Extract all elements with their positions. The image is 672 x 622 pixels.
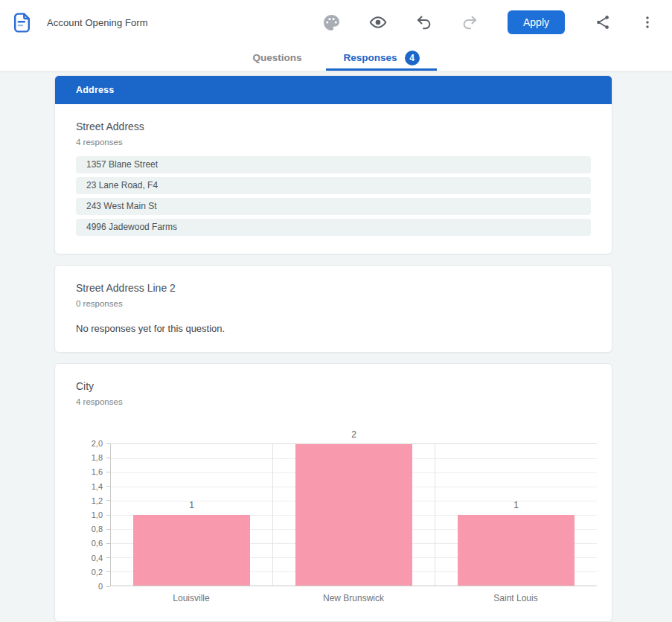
bar-value-label: 2: [273, 429, 435, 440]
answer-row: 1357 Blane Street: [76, 156, 591, 173]
y-axis-tick: 0,6: [92, 539, 110, 548]
chart-plot: 121: [110, 443, 597, 586]
responses-count: 0 responses: [76, 300, 591, 308]
responses-count: 4 responses: [76, 398, 591, 406]
bar-saint-louis[interactable]: [458, 515, 574, 586]
palette-icon[interactable]: [322, 13, 341, 32]
question-card-street-address: Address Street Address 4 responses 1357 …: [54, 75, 612, 254]
y-axis-tick: 0,2: [92, 568, 110, 577]
bar-chart: 2,01,81,61,41,21,00,80,60,40,20 121 Loui…: [76, 443, 597, 603]
y-axis-tick: 2,0: [92, 439, 110, 448]
top-bar: Account Opening Form: [0, 0, 672, 45]
y-axis-tick: 1,4: [92, 482, 110, 491]
tab-questions[interactable]: Questions: [251, 45, 303, 71]
question-title: Street Address Line 2: [76, 282, 591, 294]
responses-count-badge: 4: [405, 51, 420, 65]
no-responses-message: No responses yet for this question.: [76, 323, 591, 334]
share-icon[interactable]: [594, 13, 612, 31]
section-header: Address: [55, 76, 612, 104]
kebab-menu-icon[interactable]: [639, 14, 656, 31]
y-axis-tick: 1,2: [92, 496, 110, 505]
x-axis-label: Louisville: [110, 593, 272, 603]
y-axis-tick: 1,8: [92, 453, 110, 462]
y-axis-tick: 0,4: [92, 554, 110, 562]
question-title: City: [76, 380, 591, 392]
tab-responses[interactable]: Responses 4: [342, 45, 420, 71]
apply-button[interactable]: Apply: [508, 10, 565, 34]
bar-new-brunswick[interactable]: [295, 444, 412, 586]
bar-value-label: 1: [435, 500, 597, 510]
x-axis-label: Saint Louis: [435, 593, 597, 603]
question-card-city: City 4 responses 2,01,81,61,41,21,00,80,…: [54, 363, 612, 622]
responses-count: 4 responses: [76, 138, 591, 147]
responses-panel: Address Street Address 4 responses 1357 …: [0, 71, 672, 622]
bar-slot: 1: [111, 444, 272, 586]
y-axis-tick: 1,6: [92, 467, 110, 476]
bar-slot: 1: [435, 444, 597, 586]
document-icon: [10, 11, 33, 34]
answers-list: 1357 Blane Street 23 Lane Road, F4 243 W…: [76, 156, 591, 236]
chart-x-labels: LouisvilleNew BrunswickSaint Louis: [110, 593, 597, 603]
tab-responses-label: Responses: [343, 52, 397, 63]
redo-icon[interactable]: [461, 13, 479, 31]
eye-icon[interactable]: [368, 13, 388, 32]
topbar-actions: Apply: [322, 10, 656, 34]
chart-y-axis: 2,01,81,61,41,21,00,80,60,40,20: [76, 443, 110, 586]
bar-value-label: 1: [111, 500, 272, 510]
y-axis-tick: 0,8: [92, 525, 110, 533]
answer-row: 4996 Jadewood Farms: [76, 219, 591, 236]
answer-row: 23 Lane Road, F4: [76, 177, 591, 194]
tab-bar: Questions Responses 4: [0, 45, 672, 71]
form-title: Account Opening Form: [47, 17, 148, 28]
question-title: Street Address: [76, 121, 591, 132]
x-axis-label: New Brunswick: [272, 593, 435, 603]
question-card-street-address-line2: Street Address Line 2 0 responses No res…: [54, 265, 612, 353]
tab-questions-label: Questions: [252, 52, 301, 63]
y-axis-tick: 1,0: [92, 510, 110, 519]
bar-slot: 2: [272, 444, 435, 586]
chart-bars: 121: [111, 444, 597, 586]
bar-louisville[interactable]: [133, 515, 249, 586]
y-axis-tick: 0: [98, 582, 110, 591]
undo-icon[interactable]: [415, 13, 433, 31]
answer-row: 243 West Main St: [76, 198, 591, 215]
